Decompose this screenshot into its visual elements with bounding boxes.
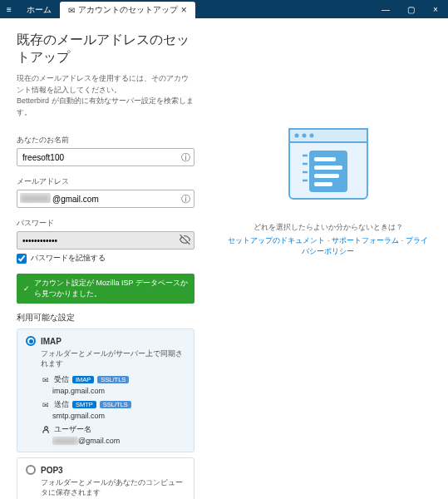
available-settings-label: 利用可能な設定	[17, 312, 194, 324]
help-panel: どれを選択したらよいか分からないときは？ セットアップのドキュメント · サポー…	[208, 18, 448, 499]
help-question: どれを選択したらよいか分からないときは？	[254, 222, 403, 233]
svg-rect-10	[314, 182, 332, 186]
window-controls: — ▢ ×	[373, 0, 448, 18]
option-desc: フォルダーとメールがあなたのコンピュータに保存されます	[41, 478, 185, 498]
radio-imap[interactable]	[26, 336, 36, 346]
tab-home[interactable]: ホーム	[18, 2, 60, 18]
ssl-badge: SSL/TLS	[100, 401, 131, 408]
svg-rect-9	[314, 174, 339, 178]
svg-point-3	[294, 134, 298, 138]
outgoing-server: smtp.gmail.com	[52, 412, 185, 420]
app-menu-button[interactable]: ≡	[0, 0, 18, 18]
docs-link[interactable]: セットアップのドキュメント	[228, 236, 325, 245]
svg-point-4	[302, 134, 306, 138]
tab-label: ホーム	[27, 4, 52, 16]
protocol-badge: IMAP	[72, 376, 94, 383]
close-button[interactable]: ×	[423, 0, 448, 18]
name-input[interactable]	[17, 148, 194, 166]
masked-text: xxxxxx	[20, 193, 51, 203]
option-pop3[interactable]: POP3 フォルダーとメールがあなたのコンピュータに保存されます	[17, 457, 194, 499]
setup-form: 既存のメールアドレスのセットアップ 現在のメールアドレスを使用するには、そのアカ…	[0, 18, 208, 499]
password-input[interactable]	[17, 231, 194, 250]
tabs: ホーム ✉ アカウントのセットアップ ×	[18, 0, 195, 18]
protocol-badge: SMTP	[72, 401, 96, 408]
inbox-icon: ✉	[41, 376, 51, 384]
titlebar: ≡ ホーム ✉ アカウントのセットアップ × — ▢ ×	[0, 0, 448, 18]
svg-rect-2	[289, 129, 367, 142]
name-label: あなたのお名前	[17, 135, 194, 146]
svg-point-0	[44, 427, 47, 430]
user-icon	[41, 425, 51, 434]
svg-point-5	[309, 134, 313, 138]
minimize-button[interactable]: —	[373, 0, 398, 18]
page-subtitle: 現在のメールアドレスを使用するには、そのアカウント情報を記入してください。 Be…	[17, 73, 194, 118]
eye-crossed-icon[interactable]	[180, 235, 190, 247]
remember-checkbox[interactable]	[17, 254, 27, 264]
option-title: POP3	[41, 466, 63, 475]
ssl-badge: SSL/TLS	[97, 376, 129, 383]
mail-icon: ✉	[68, 6, 75, 15]
help-links: セットアップのドキュメント · サポートフォーラム · プライバシーポリシー	[224, 235, 431, 257]
maximize-button[interactable]: ▢	[398, 0, 423, 18]
option-imap[interactable]: IMAP フォルダーとメールがサーバー上で同期されます ✉ 受信 IMAP SS…	[17, 329, 194, 452]
info-icon[interactable]: ⓘ	[181, 151, 190, 164]
username-value: xxxxxx@gmail.com	[52, 437, 185, 445]
svg-rect-8	[314, 166, 342, 170]
browser-illustration-icon	[283, 122, 374, 205]
success-banner: ✓ アカウント設定が Mozilla ISP データベースから見つかりました。	[17, 274, 194, 304]
password-label: パスワード	[17, 218, 194, 229]
check-icon: ✓	[23, 284, 30, 293]
tab-account-setup[interactable]: ✉ アカウントのセットアップ ×	[60, 2, 195, 18]
svg-rect-7	[314, 157, 336, 161]
close-icon[interactable]: ×	[181, 4, 187, 16]
radio-pop3[interactable]	[26, 465, 36, 475]
page-title: 既存のメールアドレスのセットアップ	[17, 32, 194, 67]
email-label: メールアドレス	[17, 176, 194, 187]
option-desc: フォルダーとメールがサーバー上で同期されます	[41, 349, 185, 369]
info-icon[interactable]: ⓘ	[181, 193, 190, 205]
tab-label: アカウントのセットアップ	[78, 4, 178, 16]
option-title: IMAP	[41, 337, 62, 346]
incoming-server: imap.gmail.com	[52, 387, 185, 395]
forum-link[interactable]: サポートフォーラム	[332, 236, 399, 245]
send-icon: ✉	[41, 401, 51, 409]
remember-label: パスワードを記憶する	[31, 253, 106, 264]
